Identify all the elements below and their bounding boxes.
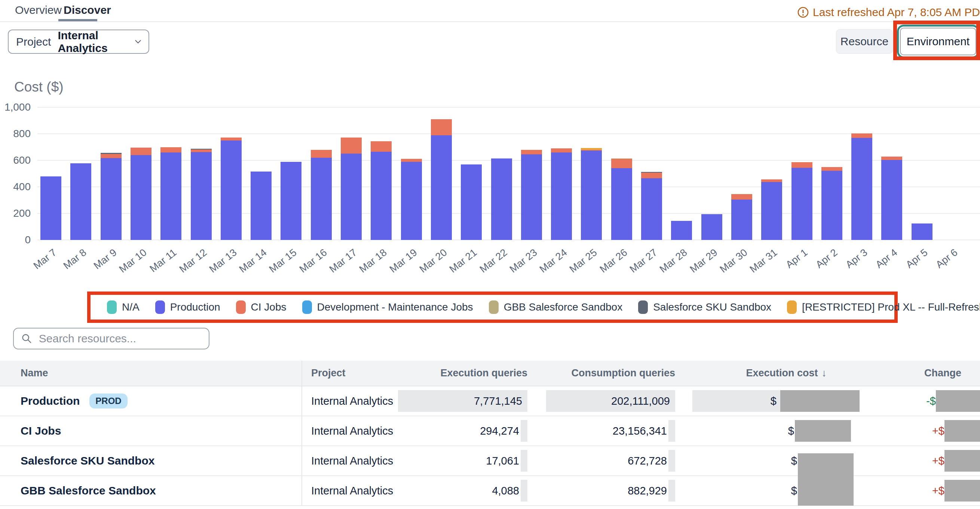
highlighted-value: 202,111,009 bbox=[546, 390, 675, 412]
bar-apr-2-production[interactable] bbox=[821, 171, 842, 240]
column-header-consumption-queries[interactable]: Consumption queries bbox=[531, 367, 677, 379]
bar-mar-22-production[interactable] bbox=[491, 159, 512, 240]
bar-mar-10-ci-jobs[interactable] bbox=[130, 147, 151, 155]
legend-label: Production bbox=[170, 301, 220, 313]
legend-item-production[interactable]: Production bbox=[155, 300, 220, 314]
tab-discover[interactable]: Discover bbox=[64, 4, 111, 16]
execution-cost-cell: $ bbox=[677, 420, 860, 442]
legend-item-n-a[interactable]: N/A bbox=[107, 300, 140, 314]
bar-mar-30-gbb-salesforce-sandbox[interactable] bbox=[731, 194, 752, 194]
active-tab-underline bbox=[58, 19, 97, 21]
bar-apr-3-ci-jobs[interactable] bbox=[851, 133, 872, 138]
bar-mar-7-production[interactable] bbox=[40, 176, 61, 240]
value-text: 882,929 bbox=[628, 485, 667, 497]
bar-apr-1-ci-jobs[interactable] bbox=[791, 162, 813, 168]
bar-mar-19-ci-jobs[interactable] bbox=[401, 159, 422, 162]
bar-mar-23-ci-jobs[interactable] bbox=[521, 150, 542, 154]
project-filter-dropdown[interactable]: Project Internal Analytics bbox=[8, 30, 149, 54]
group-by-resource-button[interactable]: Resource bbox=[836, 29, 893, 54]
column-header-execution-queries[interactable]: Execution queries bbox=[396, 367, 531, 379]
bar-mar-13-production[interactable] bbox=[221, 141, 242, 240]
bar-mar-12-ci-jobs[interactable] bbox=[191, 149, 212, 152]
bar-mar-25-production[interactable] bbox=[581, 151, 602, 240]
bar-mar-27-salesforce-sku-sandbox[interactable] bbox=[641, 172, 662, 173]
legend-item-salesforce-sku-sandbox[interactable]: Salesforce SKU Sandbox bbox=[638, 300, 771, 314]
legend-item-gbb-salesforce-sandbox[interactable]: GBB Salesforce Sandbox bbox=[489, 300, 623, 314]
sort-descending-icon[interactable]: ↓ bbox=[822, 367, 827, 379]
resource-name[interactable]: CI Jobs bbox=[21, 425, 61, 437]
bar-mar-31-ci-jobs[interactable] bbox=[761, 179, 782, 182]
bar-mar-21-production[interactable] bbox=[461, 165, 482, 240]
bar-mar-31-production[interactable] bbox=[761, 182, 782, 240]
redaction-box-cost-rows-3-4 bbox=[798, 454, 854, 506]
bar-mar-20-ci-jobs[interactable] bbox=[431, 119, 452, 135]
bar-mar-27-ci-jobs[interactable] bbox=[641, 173, 662, 178]
group-by-environment-button[interactable]: Environment bbox=[900, 28, 976, 55]
bar-mar-17-production[interactable] bbox=[341, 154, 362, 240]
change-cell: +$ bbox=[860, 450, 980, 472]
legend-item-ci-jobs[interactable]: CI Jobs bbox=[236, 300, 286, 314]
bar-mar-19-production[interactable] bbox=[401, 162, 422, 240]
bar-apr-4-production[interactable] bbox=[881, 160, 902, 240]
bar-mar-16-production[interactable] bbox=[311, 158, 332, 240]
bar-mar-26-ci-jobs[interactable] bbox=[611, 159, 632, 168]
bar-mar-16-ci-jobs[interactable] bbox=[311, 150, 332, 158]
bar-mar-29-production[interactable] bbox=[702, 214, 722, 240]
legend-color-chip bbox=[302, 300, 312, 314]
resource-name[interactable]: Production bbox=[21, 395, 80, 408]
bar-mar-23-production[interactable] bbox=[521, 154, 542, 240]
column-header-name[interactable]: Name bbox=[0, 367, 301, 379]
bar-apr-5-production[interactable] bbox=[912, 224, 932, 240]
bar-apr-2-ci-jobs[interactable] bbox=[821, 167, 842, 171]
bar-mar-14-production[interactable] bbox=[251, 171, 272, 240]
legend-item--restricted-prod-xl-full-refresh-jobs[interactable]: [RESTRICTED] Prod XL -- Full-Refresh job… bbox=[787, 300, 980, 314]
bar-mar-12-production[interactable] bbox=[191, 152, 212, 240]
bar-mar-10-production[interactable] bbox=[130, 155, 151, 240]
cons-cell: 202,111,009 bbox=[531, 390, 677, 412]
column-header-project[interactable]: Project bbox=[301, 361, 396, 386]
value-text: 23,156,341 bbox=[612, 425, 667, 437]
bar-mar-9-salesforce-sku-sandbox[interactable] bbox=[100, 153, 122, 154]
bar-mar-8-production[interactable] bbox=[70, 163, 91, 240]
bar-mar-18-production[interactable] bbox=[371, 152, 391, 240]
search-input[interactable] bbox=[38, 332, 201, 345]
bar-mar-26-production[interactable] bbox=[611, 168, 632, 240]
bar-mar-12-salesforce-sku-sandbox[interactable] bbox=[191, 149, 212, 149]
bar-mar-9-production[interactable] bbox=[100, 158, 122, 240]
legend-label: N/A bbox=[122, 301, 140, 313]
bar-mar-20-production[interactable] bbox=[431, 135, 452, 240]
table-row-ci-jobs[interactable]: CI JobsInternal Analytics294,27423,156,3… bbox=[0, 416, 980, 446]
bar-mar-17-ci-jobs[interactable] bbox=[341, 138, 362, 154]
bar-mar-27-production[interactable] bbox=[641, 178, 662, 240]
bar-mar-11-ci-jobs[interactable] bbox=[161, 147, 181, 152]
bar-mar-9-ci-jobs[interactable] bbox=[100, 154, 122, 158]
bar-mar-18-ci-jobs[interactable] bbox=[371, 141, 391, 152]
bar-mar-25--restricted-prod-xl-full-refresh-jobs[interactable] bbox=[581, 148, 602, 150]
bar-mar-15-production[interactable] bbox=[280, 162, 301, 240]
bar-mar-24-production[interactable] bbox=[551, 152, 572, 240]
bar-mar-11-production[interactable] bbox=[161, 152, 181, 240]
project-cell: Internal Analytics bbox=[301, 387, 396, 415]
redaction-box-cost bbox=[795, 420, 851, 442]
column-header-execution-cost[interactable]: Execution cost ↓ bbox=[677, 367, 860, 379]
bar-mar-13-ci-jobs[interactable] bbox=[221, 138, 242, 141]
bar-mar-28-production[interactable] bbox=[671, 221, 692, 240]
bar-mar-30-production[interactable] bbox=[731, 200, 752, 240]
resource-name[interactable]: GBB Salesforce Sandbox bbox=[21, 484, 156, 497]
legend-color-chip bbox=[787, 300, 797, 314]
execution-cost-cell: $ bbox=[677, 390, 860, 412]
bar-apr-4-ci-jobs[interactable] bbox=[881, 157, 902, 160]
column-header-change[interactable]: Change bbox=[860, 367, 980, 379]
table-row-production[interactable]: ProductionPRODInternal Analytics7,771,14… bbox=[0, 387, 980, 416]
bar-mar-30-ci-jobs[interactable] bbox=[731, 194, 752, 199]
bar-mar-26-gbb-salesforce-sandbox[interactable] bbox=[611, 159, 632, 159]
bar-mar-24-ci-jobs[interactable] bbox=[551, 148, 572, 152]
legend-item-development-maintenance-jobs[interactable]: Development - Maintenance Jobs bbox=[302, 300, 473, 314]
search-resources-box[interactable] bbox=[13, 328, 210, 349]
bar-mar-25-ci-jobs[interactable] bbox=[581, 150, 602, 151]
bar-apr-1-production[interactable] bbox=[791, 168, 813, 240]
resource-name[interactable]: Salesforce SKU Sandbox bbox=[21, 454, 154, 467]
bar-apr-3-production[interactable] bbox=[851, 138, 872, 240]
highlighted-value: 7,771,145 bbox=[398, 390, 527, 412]
tab-overview[interactable]: Overview bbox=[15, 4, 62, 16]
